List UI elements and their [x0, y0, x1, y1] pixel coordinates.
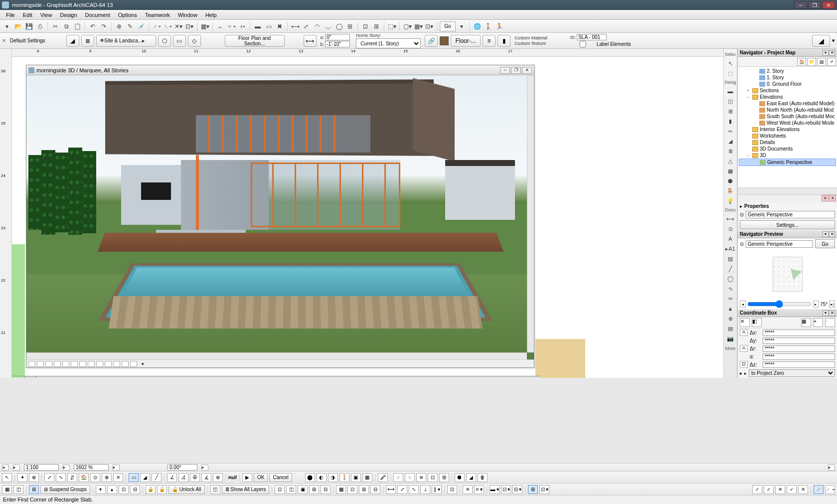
ctrl-ang3-icon[interactable]: ⦿ — [190, 473, 200, 482]
syringe-icon[interactable]: 💉 — [136, 21, 146, 31]
nav-next-icon[interactable] — [130, 361, 137, 367]
ctrl-ex1-icon[interactable]: ⬤ — [305, 473, 315, 482]
c2-k1-icon[interactable]: ⟋ — [814, 485, 824, 494]
c2-group-icon[interactable]: ⊞ — [29, 485, 39, 494]
c2-d5-icon[interactable]: ⊟ — [321, 485, 331, 494]
ctrl-s4-icon[interactable]: ⊡ — [428, 473, 438, 482]
nav-pan-icon[interactable] — [88, 361, 95, 367]
unlock-all-button[interactable]: 🔓 Unlock All — [168, 485, 205, 494]
label-elements-checkbox[interactable]: Label Elements — [570, 41, 631, 47]
doc-minimize-button[interactable]: ─ — [500, 67, 510, 74]
marquee-tool-icon[interactable]: ⬚ — [725, 69, 736, 78]
coord-plus-icon[interactable]: + — [813, 318, 823, 327]
c2-f3-icon[interactable]: ⤡ — [409, 485, 419, 494]
level-tool-icon[interactable]: ⊙ — [725, 224, 736, 233]
pen-icon[interactable]: ▮ — [498, 35, 510, 47]
nav-view-icon[interactable]: 📁 — [807, 58, 816, 66]
navigator-preview-image[interactable] — [738, 249, 837, 299]
nav-zoom-out-icon[interactable] — [71, 361, 78, 367]
menu-window[interactable]: Window — [174, 11, 201, 19]
ctrl-m1-icon[interactable]: ⤢ — [44, 473, 54, 482]
ctrl-ang5-icon[interactable]: ⊕ — [213, 473, 223, 482]
ctrl-ex6-icon[interactable]: ▦ — [362, 473, 372, 482]
print-icon[interactable]: ⎙ — [35, 21, 45, 31]
scale-left-icon[interactable]: ◂ — [2, 465, 9, 471]
material-swatch[interactable] — [440, 36, 449, 45]
slab-tool-icon[interactable]: ◢ — [725, 137, 736, 146]
coord-close-icon[interactable]: ✕ — [829, 310, 835, 316]
walk-icon[interactable]: 🚶 — [483, 21, 493, 31]
ctrl-m7-icon[interactable]: ✕ — [113, 473, 123, 482]
label-tool-icon[interactable]: ▸A1 — [725, 244, 736, 253]
door-tool-icon[interactable]: ◫ — [725, 97, 736, 106]
align-r-icon[interactable]: ⫞▾ — [237, 21, 247, 31]
stair-tool-icon[interactable]: ≣ — [725, 147, 736, 156]
c2-a-icon[interactable]: ▦ — [2, 485, 12, 494]
ctrl-arrow-icon[interactable]: ↖ — [2, 473, 12, 482]
dim-tool-icon[interactable]: ⟷ — [725, 214, 736, 223]
ctrl-s6-icon[interactable]: ⬢ — [455, 473, 465, 482]
open-icon[interactable]: 📂 — [13, 21, 23, 31]
go-drop-icon[interactable]: ▾ — [457, 21, 467, 31]
nav-collapse-icon[interactable]: ▾ — [823, 50, 829, 56]
view-b-icon[interactable]: ⊞ — [371, 21, 381, 31]
zoom-icon[interactable]: ⊕ — [114, 21, 124, 31]
ctrl-s7-icon[interactable]: ◢ — [466, 473, 476, 482]
tree-item[interactable]: Worksheets — [739, 133, 836, 139]
line-tool-icon[interactable]: ╱ — [725, 264, 736, 273]
copy-icon[interactable]: ⧉ — [61, 21, 71, 31]
panel-close-a-icon[interactable]: ✕ — [822, 195, 829, 201]
lamp-tool-icon[interactable]: 💡 — [725, 196, 736, 205]
nav-cam-icon[interactable] — [45, 361, 52, 367]
doc-vertical-scrollbar[interactable] — [527, 75, 534, 352]
coord-dy-input[interactable] — [763, 337, 835, 344]
ctrl-ex5-icon[interactable]: ▣ — [351, 473, 361, 482]
save-icon[interactable]: 💾 — [24, 21, 34, 31]
doc-horizontal-scrollbar[interactable] — [26, 352, 527, 359]
nav-prev-icon[interactable] — [122, 361, 129, 367]
c2-e4-icon[interactable]: ⊟ — [370, 485, 380, 494]
nav-map-icon[interactable]: 🏠 — [797, 58, 806, 66]
ctrl-snap2-icon[interactable]: ⊕ — [29, 473, 39, 482]
c2-g2-icon[interactable]: ✕ — [463, 485, 473, 494]
tree-item[interactable]: 3D Documents — [739, 146, 836, 152]
ctrl-ex7-icon[interactable]: 🎤 — [378, 473, 388, 482]
c2-i2-icon[interactable]: ⊡ ▾ — [539, 485, 549, 494]
run-icon[interactable]: 🏃 — [494, 21, 504, 31]
close-button[interactable]: ✕ — [822, 1, 835, 9]
angle-input[interactable] — [167, 464, 197, 471]
c2-k2-icon[interactable]: ⟋ ▾ — [825, 485, 835, 494]
properties-name-input[interactable] — [746, 211, 835, 218]
ctrl-mode1-icon[interactable]: ▭ — [129, 473, 139, 482]
settings-button[interactable]: Settings... — [740, 220, 835, 229]
arc-tool-icon[interactable]: ◯ — [725, 274, 736, 283]
doc-titlebar[interactable]: morningside 3D / Marquee, All Stories ─ … — [26, 65, 534, 75]
dim-f-icon[interactable]: ⊞ — [345, 21, 355, 31]
ctrl-m6-icon[interactable]: ⊗ — [102, 473, 112, 482]
3d-a-icon[interactable]: ⬚▾ — [387, 21, 397, 31]
properties-header[interactable]: ▸ Properties — [738, 202, 837, 210]
geom-c-icon[interactable]: ◇ — [188, 35, 201, 47]
snap-d-icon[interactable]: ⊡▾ — [184, 21, 194, 31]
c2-d2-icon[interactable]: ◫ — [286, 485, 296, 494]
ok-button[interactable]: OK — [254, 473, 268, 482]
zone-tool-icon[interactable]: ⬢ — [725, 176, 736, 185]
floor-plan-section-button[interactable]: Floor Plan and Section... — [225, 35, 285, 47]
view-a-icon[interactable]: ⊡ — [360, 21, 370, 31]
camera-tool-icon[interactable]: 📷 — [725, 334, 736, 343]
c2-j5-icon[interactable]: ✕ — [798, 485, 808, 494]
ctrl-snap1-icon[interactable]: ✦ — [17, 473, 27, 482]
tree-item[interactable]: North North (Auto-rebuild Mod — [739, 107, 836, 113]
grid-icon[interactable]: ▦▾ — [200, 21, 210, 31]
hatch-icon[interactable]: ≡ — [483, 35, 496, 47]
beam-tool-icon[interactable]: ═ — [725, 127, 736, 136]
suspend-groups-button[interactable]: ⊞ Suspend Groups — [40, 485, 90, 494]
offset-b-input[interactable] — [325, 41, 350, 47]
text-tool-icon[interactable]: A — [725, 234, 736, 243]
preview-close-icon[interactable]: ✕ — [829, 231, 835, 237]
eyedrop-icon[interactable]: ✎ — [125, 21, 135, 31]
c2-f1-icon[interactable]: ⟷ — [386, 485, 396, 494]
ctrl-s3-icon[interactable]: ≋ — [416, 473, 426, 482]
dims-icon[interactable]: ⟷ — [304, 35, 317, 47]
c2-h3-icon[interactable]: ⊟ ▾ — [512, 485, 522, 494]
